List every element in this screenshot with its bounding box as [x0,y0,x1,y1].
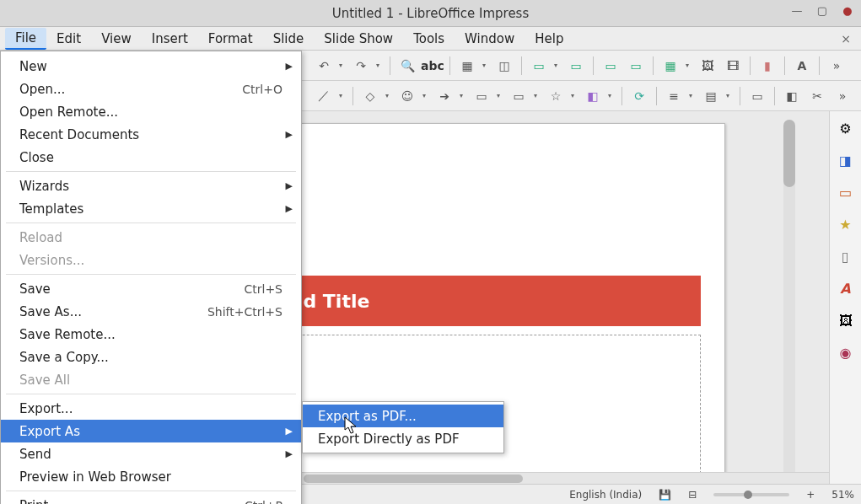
block-arrows-icon[interactable]: ➔ [434,86,455,106]
menu-item-label: Preview in Web Browser [19,469,171,485]
find-icon[interactable]: 🔍 [397,56,417,76]
menu-item-close[interactable]: Close [1,146,301,169]
menu-item-templates[interactable]: Templates▶ [1,197,301,220]
zoom-knob[interactable] [744,491,752,499]
menu-item-save-all: Save All [1,368,301,391]
insert-image-icon[interactable]: 🖼 [697,56,718,76]
menu-edit[interactable]: Edit [46,29,91,49]
start-first-icon[interactable]: ▭ [600,56,621,76]
hscroll-thumb[interactable] [304,475,523,483]
menu-item-open[interactable]: Open...Ctrl+O [1,78,301,100]
toolbar2-overflow-icon[interactable]: » [832,86,853,106]
document-close-icon[interactable]: × [836,30,856,47]
menu-item-print[interactable]: Print...Ctrl+P [1,494,301,504]
sidebar-properties-icon[interactable]: ◨ [836,150,856,170]
menu-slide[interactable]: Slide [263,29,315,49]
shadow-icon[interactable]: ◧ [782,86,802,106]
vertical-scrollbar[interactable] [783,120,795,491]
menu-item-export[interactable]: Export... [1,397,301,420]
submenu-arrow-icon: ▶ [286,203,293,214]
menu-item-save-as[interactable]: Save As...Shift+Ctrl+S [1,300,301,323]
menu-window[interactable]: Window [455,29,525,49]
align-icon[interactable]: ≡ [664,86,684,106]
menu-item-wizards[interactable]: Wizards▶ [1,174,301,197]
menu-help[interactable]: Help [525,29,573,49]
zoom-in-icon[interactable]: + [806,489,815,501]
crop-icon[interactable]: ✂ [807,86,827,106]
sidebar-styles-icon[interactable]: A [836,278,856,298]
menu-tools[interactable]: Tools [403,29,455,49]
rotate-icon[interactable]: ⟳ [629,86,649,106]
spellcheck-icon[interactable]: abc [422,56,443,76]
undo-icon[interactable]: ↶ [314,56,334,76]
insert-chart-icon[interactable]: ▮ [757,56,778,76]
sidebar: ⚙ ◨ ▭ ★ ▯ A 🖼 ◉ [829,111,861,504]
3d-objects-icon[interactable]: ◧ [583,86,603,106]
menu-format[interactable]: Format [198,29,263,49]
submenu-arrow-icon: ▶ [286,129,293,140]
submenu-arrow-icon: ▶ [286,448,293,459]
menu-item-label: Save [19,281,51,297]
menu-item-save-remote[interactable]: Save Remote... [1,323,301,346]
menu-item-new[interactable]: New▶ [1,55,301,78]
menu-file[interactable]: File [5,28,46,50]
master-slide-icon[interactable]: ▭ [566,56,586,76]
arrange-icon[interactable]: ▤ [701,86,721,106]
snap-icon[interactable]: ◫ [494,56,514,76]
menu-view[interactable]: View [91,29,142,49]
menu-item-export-as[interactable]: Export As▶ [1,420,301,442]
status-zoom[interactable]: 51% [831,489,854,501]
insert-table-icon[interactable]: ▦ [660,56,681,76]
stars-icon[interactable]: ☆ [546,86,566,106]
insert-textbox-icon[interactable]: A [792,56,812,76]
status-language[interactable]: English (India) [569,489,642,501]
zoom-fit-icon[interactable]: ⊟ [688,489,697,501]
close-window-icon[interactable]: ● [842,5,853,15]
menu-item-open-remote[interactable]: Open Remote... [1,100,301,123]
symbol-shapes-icon[interactable]: ☺ [397,86,417,106]
menu-item-recent-documents[interactable]: Recent Documents▶ [1,123,301,146]
window-title: Untitled 1 - LibreOffice Impress [332,6,530,21]
menu-item-label: New [19,59,47,74]
start-current-icon[interactable]: ▭ [626,56,646,76]
menu-insert[interactable]: Insert [142,29,198,49]
scroll-thumb[interactable] [783,120,795,187]
submenu-arrow-icon: ▶ [286,180,293,191]
basic-shapes-icon[interactable]: ◇ [360,86,380,106]
menu-item-save[interactable]: SaveCtrl+S [1,277,301,300]
toolbar-overflow-icon[interactable]: » [826,56,847,76]
maximize-icon[interactable]: ▢ [817,5,827,15]
sidebar-navigator-icon[interactable]: ◉ [836,342,856,362]
sidebar-master-icon[interactable]: ▯ [836,246,856,266]
flowchart-icon[interactable]: ▭ [471,86,492,106]
insert-av-icon[interactable]: 🎞 [723,56,743,76]
sidebar-animation-icon[interactable]: ★ [836,214,856,234]
submenu-item-export-directly-as-pdf[interactable]: Export Directly as PDF [303,427,503,450]
menu-shortcut: Ctrl+O [242,83,283,96]
callouts-icon[interactable]: ▭ [509,86,529,106]
menu-item-label: Open... [19,82,65,97]
menu-item-save-a-copy[interactable]: Save a Copy... [1,346,301,368]
menu-separator [6,223,296,223]
submenu-arrow-icon: ▶ [286,61,293,72]
menu-item-preview-in-web-browser[interactable]: Preview in Web Browser [1,465,301,488]
sidebar-settings-icon[interactable]: ⚙ [836,118,856,138]
grid-icon[interactable]: ▦ [457,56,477,76]
menu-item-send[interactable]: Send▶ [1,442,301,465]
sidebar-gallery-icon[interactable]: 🖼 [836,310,856,330]
menu-slideshow[interactable]: Slide Show [314,29,403,49]
line-icon[interactable]: ／ [314,86,334,106]
status-save-icon[interactable]: 💾 [659,489,671,501]
distribute-icon[interactable]: ▭ [747,86,767,106]
menu-item-label: Save All [19,373,70,388]
minimize-icon[interactable]: — [792,5,802,15]
window-titlebar: Untitled 1 - LibreOffice Impress — ▢ ● [0,0,861,27]
display-views-icon[interactable]: ▭ [529,56,549,76]
redo-icon[interactable]: ↷ [351,56,371,76]
menu-shortcut: Ctrl+S [244,282,283,296]
zoom-slider[interactable] [713,493,789,496]
sidebar-transition-icon[interactable]: ▭ [836,182,856,202]
submenu-item-export-as-pdf[interactable]: Export as PDF... [303,405,503,427]
menu-item-label: Export As [19,424,80,439]
menu-item-label: Save a Copy... [19,350,109,365]
